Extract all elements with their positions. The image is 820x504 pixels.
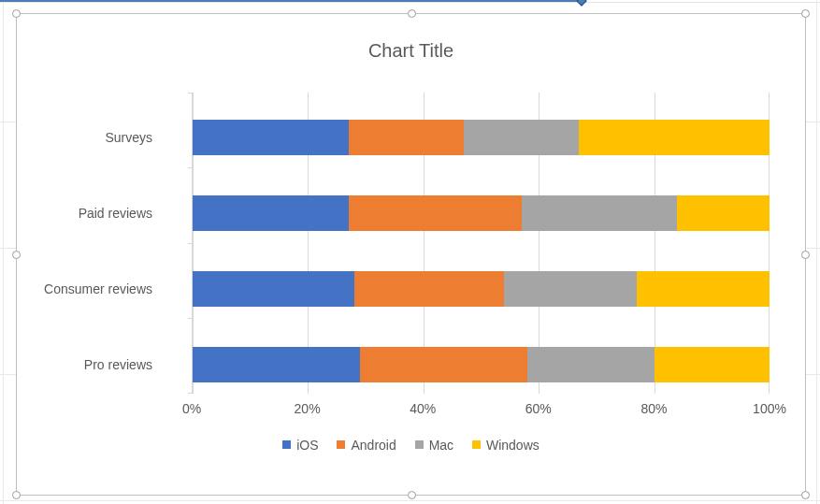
bar-consumer-reviews[interactable] [193,271,770,307]
legend-label: Windows [486,438,539,453]
bar-surveys[interactable] [193,120,770,155]
bar-segment-mac[interactable] [522,195,678,231]
bar-segment-ios[interactable] [193,120,349,155]
x-tick-label: 0% [182,401,201,416]
y-tick-label: Surveys [0,130,152,145]
bar-segment-ios[interactable] [193,347,360,382]
range-fill-handle[interactable] [576,0,586,7]
x-tick-label: 20% [295,401,321,416]
legend-item-ios[interactable]: iOS [282,438,318,453]
bar-segment-ios[interactable] [193,271,354,307]
plot-area[interactable] [192,93,770,394]
bar-segment-windows[interactable] [677,195,770,231]
x-axis: 0% 20% 40% 60% 80% 100% [192,394,770,422]
chart-title[interactable]: Chart Title [17,40,805,62]
range-selection-edge [0,0,582,2]
bar-segment-android[interactable] [360,347,527,382]
resize-handle-e[interactable] [801,251,810,259]
spreadsheet-viewport: Chart Title Surveys Paid reviews Consume… [0,0,820,504]
legend-label: Android [351,438,396,453]
y-tick [188,93,193,94]
legend-swatch [282,440,291,449]
bar-segment-android[interactable] [354,271,504,307]
bar-segment-windows[interactable] [637,271,770,307]
bar-segment-ios[interactable] [193,195,349,231]
bar-segment-android[interactable] [349,120,464,155]
bar-segment-windows[interactable] [655,347,770,382]
y-tick [188,167,193,168]
bar-paid-reviews[interactable] [193,195,770,231]
resize-handle-nw[interactable] [12,9,21,18]
legend-label: iOS [296,438,318,453]
resize-handle-ne[interactable] [801,9,810,18]
legend-item-android[interactable]: Android [337,438,396,453]
resize-handle-s[interactable] [408,491,416,499]
legend-swatch [472,440,481,449]
chart-object[interactable]: Chart Title Surveys Paid reviews Consume… [16,13,806,496]
y-tick-label: Pro reviews [0,357,152,372]
bar-pro-reviews[interactable] [193,347,770,382]
bar-segment-mac[interactable] [504,271,637,307]
x-tick-label: 80% [640,401,667,416]
y-tick [188,318,193,319]
resize-handle-n[interactable] [408,9,416,18]
resize-handle-sw[interactable] [12,491,21,499]
y-tick-label: Paid reviews [0,206,152,221]
legend[interactable]: iOS Android Mac Windows [17,437,805,453]
y-tick [188,243,193,244]
resize-handle-se[interactable] [801,491,810,499]
bar-segment-mac[interactable] [464,120,579,155]
x-tick-label: 100% [753,401,786,416]
y-tick-label: Consumer reviews [0,281,152,296]
bar-segment-android[interactable] [349,195,522,231]
bar-segment-windows[interactable] [579,120,770,155]
legend-item-windows[interactable]: Windows [472,438,539,453]
legend-label: Mac [429,438,453,453]
bar-segment-mac[interactable] [527,347,655,382]
x-tick-label: 40% [410,401,436,416]
legend-item-mac[interactable]: Mac [415,438,453,453]
legend-swatch [337,440,345,449]
legend-swatch [415,440,424,449]
x-tick-label: 60% [525,401,552,416]
resize-handle-w[interactable] [12,251,21,259]
